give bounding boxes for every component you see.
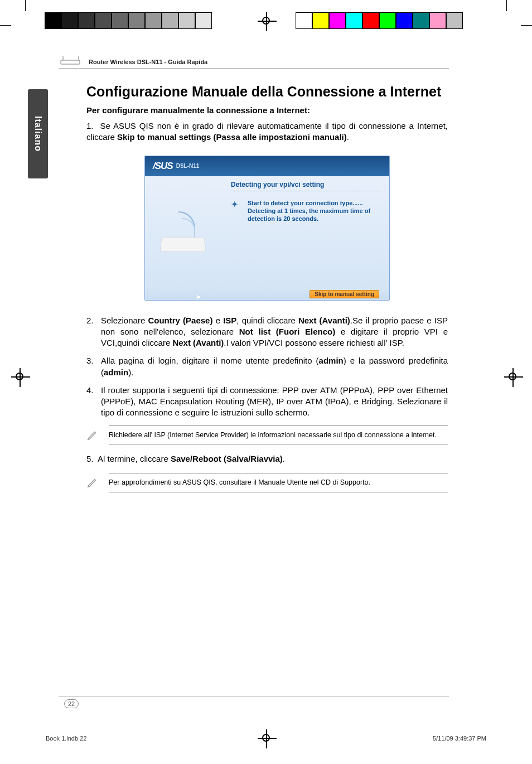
registration-swatch: [95, 12, 112, 29]
pencil-icon: [86, 425, 101, 443]
router-icon: [59, 55, 83, 65]
registration-swatch: [362, 12, 379, 29]
registration-swatch: [446, 12, 463, 29]
registration-swatch: [329, 12, 346, 29]
note-qis: Per approfondimenti su ASUS QIS, consult…: [86, 473, 448, 492]
registration-swatch: [396, 12, 413, 29]
qis-screenshot: /SUS DSL-N11 Detecting your vpi/vci sett…: [144, 156, 390, 301]
step-item: Il router supporta i seguenti tipi di co…: [86, 385, 448, 419]
language-tab: Italiano: [28, 89, 48, 178]
registration-swatch: [128, 12, 145, 29]
running-header-text: Router Wireless DSL-N11 - Guida Rapida: [89, 59, 207, 65]
footer-timestamp: 5/11/09 3:49:37 PM: [433, 735, 486, 742]
registration-mark-icon: [16, 373, 23, 380]
registration-swatch: [162, 12, 178, 29]
footer-filename: Book 1.indb 22: [46, 735, 86, 742]
step-item: Selezionare Country (Paese) e ISP, quind…: [86, 315, 448, 349]
footer-rule: [59, 697, 449, 697]
running-header: Router Wireless DSL-N11 - Guida Rapida: [59, 50, 449, 69]
qis-detect-text: Start to detect your connection type....…: [248, 199, 370, 223]
qis-titlebar: /SUS DSL-N11: [145, 156, 389, 176]
wand-icon: ✦: [231, 199, 242, 210]
registration-swatch: [413, 12, 429, 29]
page-subtitle: Per configurare manualmente la connessio…: [86, 105, 448, 115]
qis-model: DSL-N11: [176, 163, 200, 169]
registration-swatch: [195, 12, 212, 29]
registration-swatch: [379, 12, 396, 29]
page-title: Configurazione Manuale della Connessione…: [86, 84, 448, 100]
registration-swatch: [61, 12, 78, 29]
registration-swatch: [78, 12, 95, 29]
asus-logo: /SUS: [153, 161, 173, 172]
step-5: 5. Al termine, cliccare Save/Reboot (Sal…: [86, 453, 448, 465]
pencil-icon: [86, 473, 101, 491]
registration-mark-icon: [262, 734, 270, 742]
step-1: 1. Se ASUS QIS non è in grado di rilevar…: [86, 120, 448, 143]
registration-swatch: [145, 12, 162, 29]
skip-to-manual-button[interactable]: Skip to manual setting: [309, 290, 379, 298]
qis-heading: Detecting your vpi/vci setting: [231, 181, 381, 191]
registration-swatch: [178, 12, 195, 29]
language-tab-label: Italiano: [33, 116, 43, 152]
page-number: 22: [64, 699, 79, 708]
registration-swatch: [312, 12, 329, 29]
svg-rect-0: [61, 60, 80, 64]
registration-mark-icon: [262, 17, 270, 25]
note-isp: Richiedere all' ISP (Internet Service Pr…: [86, 425, 448, 445]
registration-swatch: [346, 12, 362, 29]
registration-swatch: [296, 12, 312, 29]
router-illustration: [156, 207, 212, 257]
registration-swatch: [112, 12, 128, 29]
registration-swatch: [45, 12, 61, 29]
registration-swatch: [429, 12, 446, 29]
cursor-icon: ➤: [195, 292, 202, 301]
registration-mark-icon: [509, 373, 516, 380]
step-item: Alla pagina di login, digitare il nome u…: [86, 355, 448, 378]
